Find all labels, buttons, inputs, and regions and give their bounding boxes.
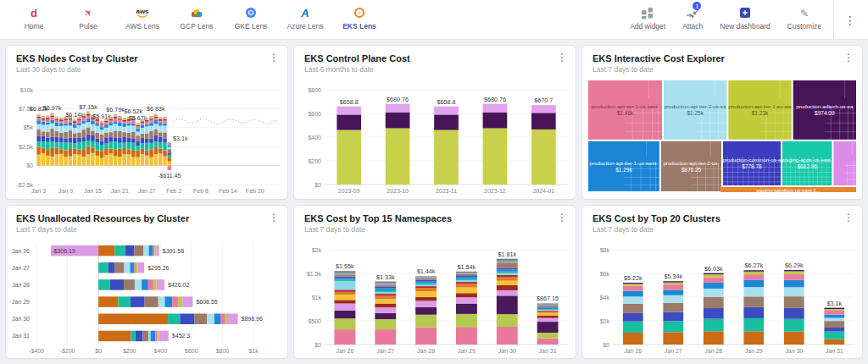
chart-eks-nodes-cost-by-cluster[interactable]: $10k$7.5k$5k$2.5k$0-$2.5k$6.82k$6.97k$6.… [11, 80, 282, 196]
chart-eks-cost-top-15-namespaces[interactable]: $2k$1.5k$1k$500$0$1.55k$1.33k$1.44k$1.54… [299, 240, 570, 356]
azure-icon: A [299, 6, 311, 19]
svg-text:production-api-tier-2-us-ea: production-api-tier-2-us-ea [665, 103, 726, 109]
svg-text:Jan 31: Jan 31 [826, 348, 843, 354]
svg-text:Jan 26: Jan 26 [12, 247, 30, 253]
tab-gke-lens[interactable]: GKE Lens [224, 0, 278, 30]
new-dashboard-button[interactable]: New dashboard [720, 0, 771, 30]
svg-text:$1.23k: $1.23k [752, 110, 769, 116]
new-dashboard-icon [739, 6, 751, 19]
svg-text:production-api-tier-1-us-west-: production-api-tier-1-us-west- [590, 160, 659, 166]
svg-text:staging-apps-us-east-: staging-apps-us-east- [782, 157, 832, 163]
panel-subtitle: Last 6 months to date [304, 65, 576, 74]
svg-text:Jan 27: Jan 27 [665, 348, 682, 354]
svg-text:$658.8: $658.8 [437, 98, 456, 106]
panel-menu-button[interactable]: ⋮ [843, 212, 854, 223]
customize-button[interactable]: ✎ Customize [787, 0, 821, 30]
svg-text:Jan 28: Jan 28 [12, 281, 30, 287]
svg-text:$400: $400 [153, 348, 167, 354]
svg-text:$0: $0 [603, 341, 609, 347]
svg-text:$600: $600 [185, 348, 198, 354]
svg-text:Jan 29: Jan 29 [458, 348, 476, 354]
svg-text:Feb 8: Feb 8 [193, 188, 209, 194]
action-label: New dashboard [720, 22, 771, 30]
panel-menu-button[interactable]: ⋮ [557, 52, 567, 63]
panel-menu-button[interactable]: ⋮ [843, 52, 854, 63]
panel-menu-button[interactable]: ⋮ [269, 212, 279, 223]
panel-subtitle: Last 30 days to date [16, 65, 287, 74]
svg-text:$452.3: $452.3 [172, 333, 191, 339]
svg-text:$3.1k: $3.1k [173, 135, 188, 142]
svg-text:$6.27k: $6.27k [744, 262, 763, 269]
panel-title: EKS Unallocated Resources by Cluster [16, 213, 287, 223]
svg-text:$6.79k: $6.79k [106, 106, 125, 113]
chart-eks-interactive-cost-explorer[interactable]: production-api-tier-1-us-east-$1.46kprod… [587, 80, 857, 196]
dashboard-grid: EKS Nodes Cost by Cluster Last 30 days t… [0, 40, 868, 364]
svg-text:Jan 3: Jan 3 [31, 188, 46, 194]
tab-eks-lens[interactable]: EKS Lens [332, 0, 387, 30]
pulse-icon: ✈ [82, 6, 94, 19]
chart-eks-unallocated-resources[interactable]: -$400-$200$0$200$400$600$800$1kJan 26-$3… [11, 240, 282, 356]
svg-text:$670.7: $670.7 [534, 97, 553, 104]
svg-text:$400: $400 [308, 135, 321, 141]
tab-home[interactable]: d Home [7, 0, 61, 30]
kebab-icon: ⋮ [844, 14, 856, 27]
svg-text:$8k: $8k [600, 246, 610, 252]
svg-text:$876.25: $876.25 [682, 167, 702, 173]
panel-title: EKS Cost by Top 20 Clusters [593, 213, 862, 223]
svg-text:2023-11: 2023-11 [436, 188, 457, 194]
svg-text:Feb 20: Feb 20 [246, 188, 264, 194]
tab-label: AWS Lens [125, 22, 159, 30]
panel-eks-unallocated-resources-by-cluster: EKS Unallocated Resources by Cluster Las… [5, 205, 288, 360]
action-label: Customize [787, 22, 821, 30]
svg-text:$5.62k: $5.62k [129, 114, 147, 122]
svg-text:Jan 26: Jan 26 [624, 348, 642, 354]
nav-overflow-menu-button[interactable]: ⋮ [833, 0, 861, 40]
svg-text:$1.33k: $1.33k [376, 273, 395, 280]
svg-text:-$611.45: -$611.45 [158, 173, 181, 179]
svg-text:$1.46k: $1.46k [617, 110, 634, 116]
svg-text:$4k: $4k [600, 294, 610, 300]
svg-text:$5k: $5k [24, 124, 34, 130]
panel-subtitle: Last 7 days to date [593, 225, 862, 234]
svg-text:Jan 30: Jan 30 [785, 348, 803, 354]
svg-text:aws: aws [136, 8, 149, 15]
svg-text:Jan 9: Jan 9 [58, 188, 73, 194]
svg-text:$0: $0 [26, 163, 33, 168]
tab-aws-lens[interactable]: aws AWS Lens [115, 0, 170, 30]
action-label: Add widget [630, 22, 665, 30]
svg-text:$680.76: $680.76 [387, 96, 409, 103]
tab-label: Azure Lens [287, 22, 324, 30]
panel-menu-button[interactable]: ⋮ [269, 52, 279, 63]
add-widget-button[interactable]: Add widget [630, 0, 665, 30]
svg-text:Feb 2: Feb 2 [166, 188, 181, 194]
svg-text:✎: ✎ [800, 8, 809, 19]
svg-text:Jan 15: Jan 15 [84, 188, 102, 194]
panel-title: EKS Control Plane Cost [304, 53, 576, 63]
svg-text:$0: $0 [314, 341, 321, 347]
svg-text:$608.55: $608.55 [196, 299, 217, 305]
chart-eks-control-plane-cost[interactable]: $800$600$400$200$0$658.8$680.76$658.8$68… [299, 80, 570, 196]
svg-text:$200: $200 [308, 158, 321, 164]
tab-gcp-lens[interactable]: GCP Lens [170, 0, 224, 30]
panel-menu-button[interactable]: ⋮ [557, 212, 567, 223]
attach-button[interactable]: 1 Attach [682, 0, 703, 30]
svg-text:Jan 21: Jan 21 [111, 188, 129, 194]
svg-text:$5.91k: $5.91k [92, 113, 111, 120]
svg-text:$974.09: $974.09 [815, 110, 835, 116]
svg-text:$898.96: $898.96 [242, 316, 263, 322]
tab-azure-lens[interactable]: A Azure Lens [278, 0, 332, 30]
svg-text:$1.29k: $1.29k [615, 167, 632, 173]
svg-text:production-common-us-e: production-common-us-e [723, 157, 782, 163]
tab-pulse[interactable]: ✈ Pulse [61, 0, 115, 30]
svg-text:Feb 14: Feb 14 [219, 188, 237, 194]
svg-text:-$2.5k: -$2.5k [17, 182, 34, 188]
panel-subtitle: Last 7 days to date [593, 65, 862, 74]
panel-subtitle: Last 7 days to date [16, 225, 287, 234]
svg-text:$5.34k: $5.34k [664, 273, 682, 280]
gke-icon [245, 6, 257, 19]
svg-text:$7.15k: $7.15k [79, 103, 97, 111]
svg-text:Jan 27: Jan 27 [376, 348, 394, 354]
svg-text:Jan 30: Jan 30 [498, 348, 516, 354]
svg-text:production-adtech-us-ea: production-adtech-us-ea [796, 103, 854, 109]
chart-eks-cost-top-20-clusters[interactable]: $8k$6k$4k$2k$0$5.22k$5.34k$6.03k$6.27k$6… [587, 240, 857, 356]
